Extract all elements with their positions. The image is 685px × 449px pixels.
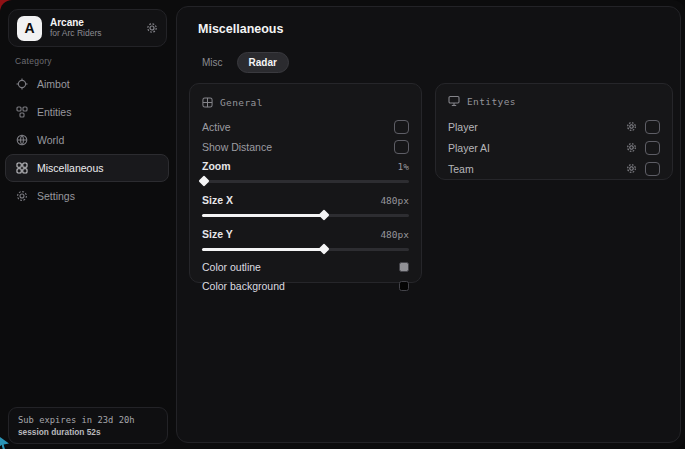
color-outline-swatch[interactable] [399, 262, 409, 272]
zoom-label: Zoom [202, 160, 231, 172]
size-x-slider[interactable] [202, 210, 409, 220]
page-title: Miscellaneous [198, 22, 283, 36]
category-label: Category [15, 56, 52, 66]
active-checkbox[interactable] [394, 120, 409, 134]
zoom-value: 1% [398, 161, 409, 172]
active-label: Active [202, 121, 231, 133]
team-label: Team [448, 163, 474, 175]
sidebar-nav: Aimbot Entities World [5, 70, 169, 210]
sidebar: A Arcane for Arc Riders Category [0, 0, 174, 449]
monitor-icon [448, 95, 460, 107]
app-window: A Arcane for Arc Riders Category [0, 0, 685, 449]
sidebar-item-entities[interactable]: Entities [5, 98, 169, 126]
general-card-title: General [220, 97, 263, 108]
subscription-card: Sub expires in 23d 20h session duration … [8, 407, 168, 444]
tab-misc[interactable]: Misc [190, 52, 235, 73]
sidebar-item-miscellaneous[interactable]: Miscellaneous [5, 154, 169, 182]
player-checkbox[interactable] [645, 120, 660, 134]
gear-icon[interactable] [626, 142, 637, 153]
app-subtitle: for Arc Riders [50, 29, 146, 39]
gear-icon[interactable] [626, 121, 637, 132]
size-x-value: 480px [380, 195, 409, 206]
team-controls [626, 162, 660, 176]
sidebar-item-settings[interactable]: Settings [5, 182, 169, 210]
session-duration: session duration 52s [18, 427, 158, 437]
size-y-slider-thumb[interactable] [318, 243, 329, 254]
entities-card-title: Entityes [467, 96, 516, 107]
size-x-label: Size X [202, 194, 233, 206]
app-logo: A [17, 16, 42, 41]
color-outline-label: Color outline [202, 261, 261, 273]
player-ai-row: Player AI [448, 137, 660, 158]
color-background-row: Color background [202, 276, 409, 295]
zoom-row: Zoom 1% [202, 157, 409, 175]
tab-radar[interactable]: Radar [237, 52, 289, 73]
entities-card-header: Entityes [448, 94, 660, 108]
gear-icon[interactable] [626, 163, 637, 174]
profile-text: Arcane for Arc Riders [50, 17, 146, 38]
size-y-label: Size Y [202, 228, 233, 240]
team-checkbox[interactable] [645, 162, 660, 176]
show-distance-checkbox[interactable] [394, 140, 409, 154]
subscription-expiry: Sub expires in 23d 20h [18, 415, 158, 425]
tab-bar: Misc Radar [190, 52, 289, 73]
player-controls [626, 120, 660, 134]
team-row: Team [448, 158, 660, 179]
slider-fill [202, 248, 324, 251]
zoom-slider[interactable] [202, 176, 409, 186]
size-x-row: Size X 480px [202, 191, 409, 209]
general-card: General Active Show Distance Zoom 1% Siz… [189, 83, 422, 283]
color-background-swatch[interactable] [399, 281, 409, 291]
profile-gear-icon[interactable] [146, 22, 158, 34]
player-row: Player [448, 116, 660, 137]
player-ai-checkbox[interactable] [645, 141, 660, 155]
player-label: Player [448, 121, 478, 133]
layout-grid-icon [16, 162, 28, 174]
color-background-label: Color background [202, 280, 285, 292]
slider-track [202, 180, 409, 183]
size-y-value: 480px [380, 229, 409, 240]
size-x-slider-thumb[interactable] [318, 209, 329, 220]
crosshair-icon [16, 78, 28, 90]
slider-fill [202, 214, 324, 217]
sidebar-item-label: World [37, 134, 64, 146]
entities-card: Entityes Player Player AI [435, 83, 673, 180]
grid-icon [202, 97, 213, 108]
entities-icon [16, 106, 28, 118]
general-card-header: General [202, 95, 409, 109]
main-panel: Miscellaneous Misc Radar General Active … [176, 6, 681, 443]
zoom-slider-thumb[interactable] [198, 175, 209, 186]
sidebar-item-label: Entities [37, 106, 71, 118]
globe-icon [16, 134, 28, 146]
size-y-slider[interactable] [202, 244, 409, 254]
gear-icon [16, 190, 28, 202]
player-ai-label: Player AI [448, 142, 490, 154]
sidebar-item-label: Aimbot [37, 78, 70, 90]
show-distance-label: Show Distance [202, 141, 272, 153]
sidebar-item-label: Settings [37, 190, 75, 202]
sidebar-item-world[interactable]: World [5, 126, 169, 154]
size-y-row: Size Y 480px [202, 225, 409, 243]
show-distance-row: Show Distance [202, 137, 409, 157]
color-outline-row: Color outline [202, 257, 409, 276]
sidebar-item-label: Miscellaneous [37, 162, 104, 174]
profile-card: A Arcane for Arc Riders [8, 9, 167, 47]
player-ai-controls [626, 141, 660, 155]
active-row: Active [202, 117, 409, 137]
sidebar-item-aimbot[interactable]: Aimbot [5, 70, 169, 98]
